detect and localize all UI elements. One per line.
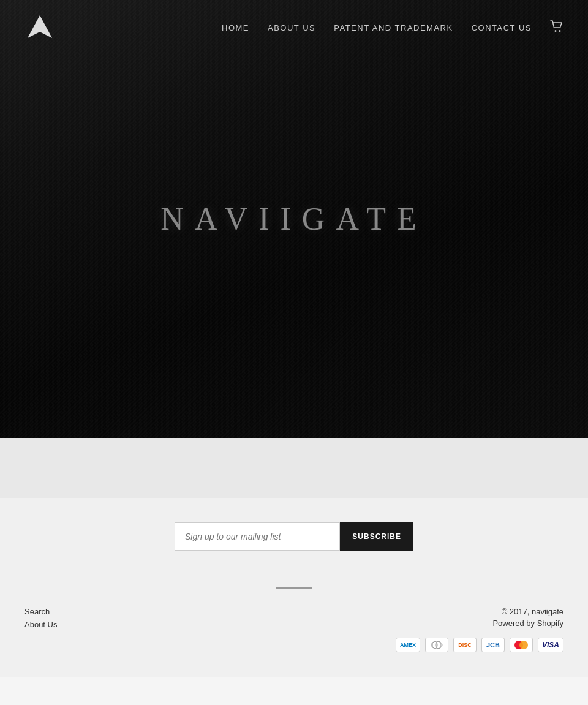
main-nav: HOME ABOUT US PATENT AND TRADEMARK CONTA… <box>222 20 564 36</box>
nav-home[interactable]: HOME <box>222 23 249 32</box>
subscribe-button[interactable]: SUBSCRIBE <box>340 522 413 551</box>
footer-divider <box>276 587 312 589</box>
site-header: HOME ABOUT US PATENT AND TRADEMARK CONTA… <box>0 0 588 55</box>
nav-contact[interactable]: CONTACT US <box>472 23 532 32</box>
mastercard-icon <box>510 638 533 652</box>
footer-copyright: © 2017, naviigate <box>396 607 564 616</box>
footer-right: © 2017, naviigate Powered by Shopify AME… <box>396 607 564 652</box>
footer-search-link[interactable]: Search <box>24 607 57 616</box>
cart-icon[interactable] <box>550 20 564 36</box>
newsletter-section: SUBSCRIBE <box>0 498 588 575</box>
nav-patent[interactable]: PATENT AND TRADEMARK <box>334 23 453 32</box>
jcb-icon: JCB <box>481 638 505 652</box>
svg-point-1 <box>555 30 557 32</box>
footer-about-link[interactable]: About Us <box>24 620 57 629</box>
svg-point-5 <box>436 641 441 649</box>
footer-links: Search About Us <box>24 607 57 629</box>
newsletter-email-input[interactable] <box>175 522 340 551</box>
hero-section: NAVIIGATE <box>0 0 588 438</box>
svg-point-2 <box>559 30 561 32</box>
newsletter-form: SUBSCRIBE <box>175 522 413 551</box>
visa-icon: VISA <box>538 638 564 652</box>
amex-icon: AMEX <box>396 638 420 652</box>
mid-section <box>0 438 588 498</box>
footer-powered: Powered by Shopify <box>396 619 564 628</box>
logo[interactable] <box>24 12 55 43</box>
footer-content: Search About Us © 2017, naviigate Powere… <box>24 607 564 652</box>
footer-section: Search About Us © 2017, naviigate Powere… <box>0 575 588 677</box>
nav-about[interactable]: ABOUT US <box>268 23 315 32</box>
svg-point-7 <box>519 641 528 649</box>
svg-marker-0 <box>28 15 52 38</box>
discover-icon: DISC <box>453 638 477 652</box>
diners-icon <box>425 638 448 652</box>
hero-brand-text: NAVIIGATE <box>160 201 427 237</box>
payment-icons: AMEX DISC JCB VISA <box>396 638 564 652</box>
